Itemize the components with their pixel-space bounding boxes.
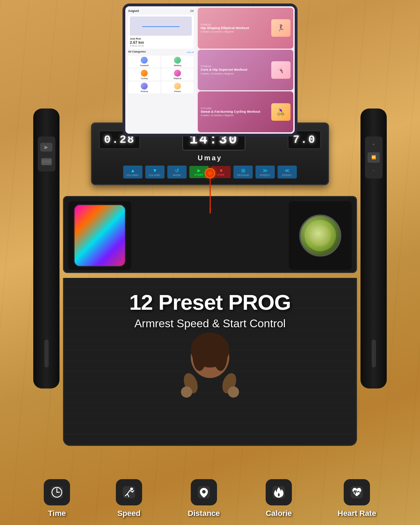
tablet-month: August xyxy=(128,9,139,13)
flame-icon xyxy=(271,484,287,500)
left-arm-controls: ▶ STOP xyxy=(38,136,55,172)
safety-cord xyxy=(210,178,211,214)
tablet-map xyxy=(130,16,192,36)
feature-distance-bg xyxy=(191,479,217,505)
volume-down-button[interactable]: ▼ VOLUME- xyxy=(145,166,164,178)
workout-card-2-img: 🤸‍♀️ xyxy=(271,61,290,79)
tablet-cat-icon-cycling xyxy=(141,70,148,77)
cup-latte-art xyxy=(304,220,336,251)
tablet-right-panel: Fitness Hip Shaping Elliptical Workout 4… xyxy=(196,6,295,134)
tablet-cat-walking[interactable]: Walking xyxy=(161,56,194,68)
speed-plus-icon: ≫ xyxy=(262,168,268,173)
speed-plus-button[interactable]: ≫ SPEED+ xyxy=(255,166,275,178)
feature-heart-rate: Heart Rate xyxy=(338,479,376,518)
tablet-view-all[interactable]: view all xyxy=(187,51,194,53)
tablet-cat-rowing[interactable]: Rowing xyxy=(128,82,160,93)
feature-speed-bg xyxy=(116,479,142,505)
feature-time: Time xyxy=(44,479,70,518)
program-icon: ⊞ xyxy=(241,168,245,173)
feature-heart-rate-label: Heart Rate xyxy=(338,509,376,518)
tablet-cat-fitness[interactable]: Fitness xyxy=(161,82,194,93)
tablet-cat-elliptical[interactable]: Elliptical xyxy=(161,69,194,80)
workout-card-3-info: 4 weeks • 10 sections • Beginner xyxy=(201,114,269,117)
workout-card-3-text: Cycling Sweat & Fat-burning Cycling Work… xyxy=(201,107,269,117)
right-grip xyxy=(372,340,376,368)
speed-plus-label: SPEED+ xyxy=(260,174,271,176)
tablet-cat-cycling[interactable]: Cycling xyxy=(128,69,160,80)
feature-calorie-label: Calorie xyxy=(266,509,292,518)
svg-point-1 xyxy=(192,340,206,371)
mode-label: MODE xyxy=(173,174,181,176)
tablet-cat-icon-treadmill xyxy=(141,57,148,64)
feature-distance-label: Distance xyxy=(188,509,220,518)
svg-point-6 xyxy=(228,386,239,398)
workout-card-3-category: Cycling xyxy=(201,107,269,110)
tablet-cat-icon-fitness xyxy=(174,83,181,90)
workout-card-1-text: Fitness Hip Shaping Elliptical Workout 4… xyxy=(201,23,269,33)
preset-sub-text: Armrest Speed & Start Control xyxy=(88,317,332,330)
workout-card-2-placeholder: 🤸‍♀️ xyxy=(271,61,290,79)
tablet-screen: August 24 Just Run 2.67 km 0:18:12 13:14… xyxy=(125,6,295,134)
workout-card-2-info: 4 weeks • 15 sections • Beginner xyxy=(201,72,269,75)
tablet-cat-label-elliptical: Elliptical xyxy=(162,77,192,79)
speed-minus-button[interactable]: ≪ SPEED- xyxy=(278,166,297,178)
program-label: PROGAM xyxy=(237,174,249,176)
svg-point-5 xyxy=(181,386,192,398)
tablet-cat-label-treadmill: Treadmill xyxy=(129,64,159,66)
speed-minus-label: SPEED- xyxy=(282,174,292,176)
tablet-cat-label-rowing: Rowing xyxy=(129,90,159,92)
workout-card-3[interactable]: Cycling Sweat & Fat-burning Cycling Work… xyxy=(198,91,293,132)
svg-point-12 xyxy=(130,488,133,490)
feature-time-label: Time xyxy=(48,509,66,518)
mode-button[interactable]: ↺ MODE xyxy=(167,166,187,178)
tablet-cat-treadmill[interactable]: Treadmill xyxy=(128,56,160,68)
phone-slot xyxy=(68,201,131,270)
feature-time-bg xyxy=(44,479,70,505)
workout-card-3-img: 🚴‍♀️ xyxy=(271,103,290,121)
workout-card-1-category: Fitness xyxy=(201,23,269,26)
preset-text-area: 12 Preset PROG Armrest Speed & Start Con… xyxy=(88,290,332,330)
workout-card-2[interactable]: Fitness Core & Hip Superset Workout 4 we… xyxy=(198,50,293,91)
volume-up-button[interactable]: ▲ VOLUME+ xyxy=(123,166,142,178)
tablet-categories-label: All Categories xyxy=(128,50,146,53)
feature-calorie: Calorie xyxy=(266,479,292,518)
feature-speed: Speed xyxy=(116,479,142,518)
right-speed-btn[interactable]: ⏩ xyxy=(368,152,380,163)
program-button[interactable]: ⊞ PROGAM xyxy=(233,166,253,178)
left-start-stop-btn[interactable]: ▶ xyxy=(40,143,52,152)
workout-card-1-title: Hip Shaping Elliptical Workout xyxy=(201,26,269,30)
volume-up-label: VOLUME+ xyxy=(126,174,139,176)
speed-minus-icon: ≪ xyxy=(285,168,290,173)
workout-card-1[interactable]: Fitness Hip Shaping Elliptical Workout 4… xyxy=(198,8,293,49)
runner-icon xyxy=(121,484,137,500)
workout-card-1-info: 4 weeks • 14 sections • Beginner xyxy=(201,30,269,33)
tablet-header: August 24 xyxy=(128,9,194,13)
left-grip xyxy=(44,340,49,368)
tablet-left-panel: August 24 Just Run 2.67 km 0:18:12 13:14… xyxy=(125,6,196,134)
volume-down-icon: ▼ xyxy=(153,168,158,173)
stop-icon: ■ xyxy=(220,168,222,173)
safety-key-button[interactable] xyxy=(205,168,215,178)
tablet-activity-card: Just Run 2.67 km 0:18:12 13:14 xyxy=(128,15,194,49)
cup-slot xyxy=(289,201,352,270)
left-arm-label: STOP xyxy=(41,158,52,165)
treadmill-right-rail: + ⏩ − xyxy=(360,108,387,388)
main-container: August 24 Just Run 2.67 km 0:18:12 13:14… xyxy=(0,0,420,525)
feature-distance: Distance xyxy=(188,479,220,518)
tablet-categories: All Categories view all Treadmill Walkin… xyxy=(128,50,194,93)
tablet-cat-icon-rowing xyxy=(141,83,148,90)
tablet-activity-title: Just Run xyxy=(130,37,192,40)
feature-heart-rate-bg xyxy=(344,479,370,505)
workout-card-1-img: 🏃‍♀️ xyxy=(271,19,290,37)
tablet-cat-icon-elliptical xyxy=(174,70,181,77)
feature-speed-label: Speed xyxy=(117,509,140,518)
tablet-cat-icon-walking xyxy=(174,57,181,64)
start-icon: ▶ xyxy=(197,168,201,173)
workout-card-1-placeholder: 🏃‍♀️ xyxy=(271,19,290,37)
workout-card-2-category: Fitness xyxy=(201,65,269,68)
stop-label: STOP xyxy=(217,174,225,176)
volume-down-label: VOLUME- xyxy=(149,174,161,176)
svg-point-19 xyxy=(202,490,205,493)
tablet-cat-label-fitness: Fitness xyxy=(162,90,192,92)
preset-main-text: 12 Preset PROG xyxy=(88,290,332,314)
